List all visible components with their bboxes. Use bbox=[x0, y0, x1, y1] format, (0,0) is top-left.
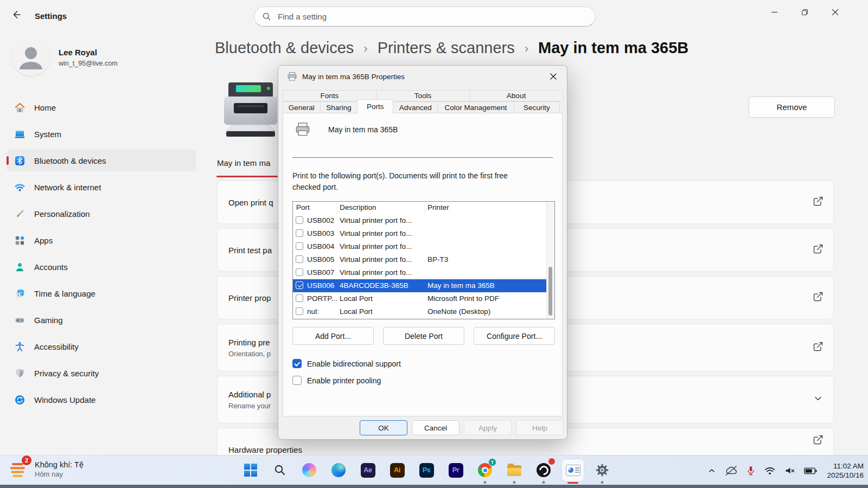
port-row-usb007[interactable]: USB007 Virtual printer port fo... bbox=[293, 266, 548, 279]
taskbar: 2 Không khí: Tệ Hôm nay Ae Ai Ps Pr T bbox=[0, 455, 868, 485]
ports-list-scrollbar[interactable] bbox=[546, 202, 554, 319]
port-row-usb005[interactable]: USB005 Virtual printer port fo... BP-T3 bbox=[293, 253, 548, 266]
start-button[interactable] bbox=[240, 459, 261, 481]
checkbox-unchecked[interactable] bbox=[292, 376, 302, 385]
tab-general[interactable]: General bbox=[283, 101, 321, 113]
chrome-button[interactable]: T bbox=[474, 459, 496, 481]
cancel-button[interactable]: Cancel bbox=[412, 420, 459, 435]
sidebar-item-accounts[interactable]: Accounts bbox=[7, 256, 196, 278]
sidebar-item-bluetooth-devices[interactable]: Bluetooth & devices bbox=[7, 150, 196, 171]
search-box[interactable] bbox=[254, 7, 596, 27]
after-effects-button[interactable]: Ae bbox=[357, 459, 379, 481]
ok-button[interactable]: OK bbox=[360, 420, 407, 435]
delete-port-button[interactable]: Delete Port bbox=[383, 327, 464, 345]
sidebar-item-accessibility[interactable]: Accessibility bbox=[7, 336, 196, 357]
sidebar-item-system[interactable]: System bbox=[7, 123, 196, 145]
port-checkbox-checked[interactable] bbox=[296, 281, 303, 289]
tab-sharing[interactable]: Sharing bbox=[320, 101, 358, 113]
taskbar-search-button[interactable] bbox=[269, 459, 291, 481]
printer-cell: OneNote (Desktop) bbox=[427, 307, 490, 316]
tab-security[interactable]: Security bbox=[514, 101, 560, 113]
illustrator-button[interactable]: Ai bbox=[386, 459, 408, 481]
time-language-icon bbox=[14, 288, 25, 299]
sidebar-item-apps[interactable]: Apps bbox=[7, 229, 196, 251]
external-link-icon bbox=[813, 434, 824, 447]
premiere-icon: Pr bbox=[449, 463, 463, 478]
enable-printer-pooling-checkbox[interactable]: Enable printer pooling bbox=[292, 376, 381, 385]
scrollbar-thumb[interactable] bbox=[548, 267, 552, 316]
dialog-close-button[interactable] bbox=[545, 69, 561, 84]
tab-color-management[interactable]: Color Management bbox=[437, 101, 514, 113]
apply-button[interactable]: Apply bbox=[464, 420, 512, 435]
battery-icon[interactable] bbox=[803, 465, 818, 477]
close-button[interactable] bbox=[822, 3, 847, 21]
external-link-icon bbox=[813, 291, 824, 304]
tab-advanced[interactable]: Advanced bbox=[393, 101, 438, 113]
wifi-icon[interactable] bbox=[763, 465, 776, 477]
port-checkbox[interactable] bbox=[296, 216, 303, 224]
port-row-usb004[interactable]: USB004 Virtual printer port fo... bbox=[293, 240, 548, 253]
sidebar-item-home[interactable]: Home bbox=[7, 97, 196, 118]
port-row-usb002[interactable]: USB002 Virtual printer port fo... bbox=[293, 214, 548, 227]
tab-ports[interactable]: Ports bbox=[357, 99, 393, 113]
clock[interactable]: 11:02 AM 2025/10/16 bbox=[827, 461, 864, 480]
recording-badge bbox=[547, 457, 556, 466]
settings-gear-button[interactable] bbox=[591, 459, 613, 481]
port-checkbox[interactable] bbox=[296, 242, 303, 250]
port-row-portprompt[interactable]: PORTP... Local Port Microsoft Print to P… bbox=[293, 292, 548, 305]
sidebar-item-windows-update[interactable]: Windows Update bbox=[7, 389, 196, 410]
tray-chevron-up-icon[interactable] bbox=[706, 465, 717, 476]
port-checkbox[interactable] bbox=[296, 294, 303, 302]
port-checkbox[interactable] bbox=[296, 307, 303, 315]
help-button[interactable]: Help bbox=[516, 420, 564, 435]
onedrive-offline-icon[interactable] bbox=[724, 465, 738, 477]
column-header-printer[interactable]: Printer bbox=[427, 203, 449, 211]
remove-button[interactable]: Remove bbox=[749, 97, 835, 118]
volume-muted-icon[interactable] bbox=[783, 465, 796, 477]
column-header-port[interactable]: Port bbox=[296, 203, 310, 211]
premiere-button[interactable]: Pr bbox=[445, 459, 467, 481]
description-cell: Virtual printer port fo... bbox=[340, 255, 412, 264]
breadcrumb-item[interactable]: Bluetooth & devices bbox=[215, 39, 354, 57]
configure-port-button[interactable]: Configure Port... bbox=[474, 327, 555, 345]
back-button[interactable] bbox=[8, 8, 25, 24]
tab-about[interactable]: About bbox=[469, 90, 563, 101]
bluetooth-icon bbox=[14, 155, 25, 166]
minimize-button[interactable] bbox=[762, 3, 787, 21]
photoshop-button[interactable]: Ps bbox=[416, 459, 437, 481]
after-effects-icon: Ae bbox=[361, 463, 375, 478]
tray-date: 2025/10/16 bbox=[827, 471, 864, 480]
port-cell: USB003 bbox=[307, 229, 334, 237]
sidebar-item-personalization[interactable]: Personalization bbox=[7, 203, 196, 224]
obs-button[interactable] bbox=[533, 459, 554, 481]
settings-window-button[interactable] bbox=[562, 459, 584, 481]
sidebar-item-time-language[interactable]: Time & language bbox=[7, 282, 196, 304]
restore-button[interactable] bbox=[792, 3, 817, 21]
sidebar-item-network-internet[interactable]: Network & internet bbox=[7, 176, 196, 198]
device-tab[interactable]: May in tem ma bbox=[217, 158, 270, 168]
dialog-printer-name: May in tem ma 365B bbox=[328, 125, 398, 134]
port-row-usb006-selected[interactable]: USB006 4BARCODE3B-365B May in tem ma 365… bbox=[293, 279, 548, 292]
add-port-button[interactable]: Add Port... bbox=[292, 327, 374, 345]
sidebar-item-privacy-security[interactable]: Privacy & security bbox=[7, 362, 196, 384]
port-row-nul[interactable]: nul: Local Port OneNote (Desktop) bbox=[293, 305, 548, 318]
settings-window: Settings Lee Royal win_t_95@live.com Hom… bbox=[0, 0, 868, 488]
microphone-icon[interactable] bbox=[745, 465, 756, 477]
sidebar-item-gaming[interactable]: Gaming bbox=[7, 309, 196, 331]
column-header-description[interactable]: Description bbox=[340, 203, 376, 211]
description-cell: Virtual printer port fo... bbox=[340, 242, 412, 251]
port-checkbox[interactable] bbox=[296, 229, 303, 237]
copilot-button[interactable] bbox=[298, 459, 320, 481]
sidebar-item-label: Network & internet bbox=[34, 183, 101, 192]
settings-window-icon bbox=[566, 465, 580, 476]
port-checkbox[interactable] bbox=[296, 268, 303, 276]
file-explorer-button[interactable] bbox=[503, 459, 525, 481]
weather-widget[interactable]: 2 Không khí: Tệ Hôm nay bbox=[8, 458, 84, 480]
breadcrumb-item[interactable]: Printers & scanners bbox=[378, 39, 515, 57]
enable-bidirectional-checkbox[interactable]: Enable bidirectional support bbox=[292, 359, 401, 368]
checkbox-checked[interactable] bbox=[292, 359, 302, 368]
edge-button[interactable] bbox=[328, 459, 349, 481]
search-input[interactable] bbox=[277, 11, 588, 22]
port-checkbox[interactable] bbox=[296, 255, 303, 263]
port-row-usb003[interactable]: USB003 Virtual printer port fo... bbox=[293, 227, 548, 240]
